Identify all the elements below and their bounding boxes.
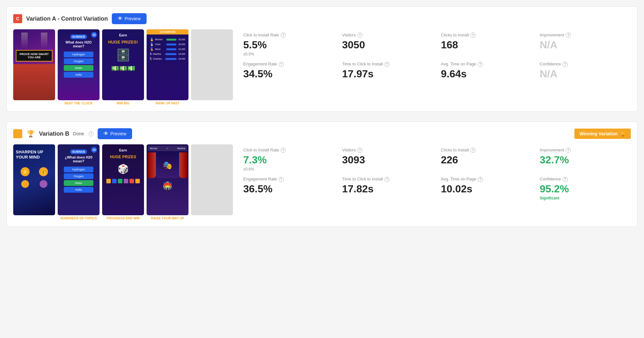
stat-engagement-a-value: 34.5% bbox=[243, 68, 334, 80]
winbig-label: WIN BIG bbox=[102, 101, 144, 105]
screenshot-prove-img: PROVE HOW SMART YOU ARE bbox=[13, 29, 55, 100]
rank-label: RANK UP FAST bbox=[147, 101, 188, 105]
ctr-b-help-icon[interactable]: ? bbox=[281, 148, 286, 153]
atop-a-help-icon[interactable]: ? bbox=[478, 62, 483, 67]
progress-text2: HUGE PRIZES bbox=[109, 153, 137, 160]
board-game: 🎲 bbox=[118, 164, 129, 174]
beat-label: BEAT THE CLOCK bbox=[58, 101, 100, 105]
stat-ttci-a-label: Time to Click to Install ? bbox=[342, 62, 433, 67]
stat-clicks-a-label: Clicks to Install ? bbox=[441, 33, 532, 38]
sharpen-text: SHARPEN UP Your MIND bbox=[13, 144, 55, 161]
stat-engagement-b: Engagement Rate ? 36.5% bbox=[243, 177, 334, 200]
rank-row-5: 5 Charles 15,000 bbox=[148, 56, 187, 61]
screenshot-sharpen-img: SHARPEN UP Your MIND ⭐ 💰 bbox=[13, 144, 55, 215]
variation-b-done-label: Done bbox=[73, 131, 84, 136]
stat-atop-a-label: Avg. Time on Page ? bbox=[441, 62, 532, 67]
confidence-a-help-icon[interactable]: ? bbox=[562, 62, 568, 67]
vs-left: Michel bbox=[150, 147, 157, 150]
done-help-icon[interactable]: ? bbox=[89, 131, 94, 136]
stat-ctr-a: Click to Install Rate ? 5.5% ±0.5% bbox=[243, 33, 334, 56]
stat-improvement-b: Improvement ? 32.7% bbox=[540, 148, 631, 171]
stat-ttci-a: Time to Click to Install ? 17.97s bbox=[342, 62, 433, 80]
ttci-b-help-icon[interactable]: ? bbox=[384, 177, 389, 182]
rank-row-4: 4 Martha 18,000 bbox=[148, 52, 187, 56]
screenshot-what-b: 15 SCIENCE ¿What does H20 mean? Hydrogen… bbox=[58, 144, 100, 220]
rank-row-1: 🥇 Michel 35,000 bbox=[148, 37, 187, 42]
vs-separator: ⚔ bbox=[166, 147, 168, 150]
progress-label: PROGRESS AND WIN bbox=[102, 217, 144, 220]
stat-confidence-b-value: 95.2% bbox=[540, 183, 631, 195]
curtain-visual: 🎭 bbox=[147, 152, 188, 178]
screenshot-prove: PROVE HOW SMART YOU ARE bbox=[13, 29, 55, 105]
stat-ttci-b-label: Time to Click to Install ? bbox=[342, 177, 433, 182]
variation-b-icon-outer bbox=[13, 129, 22, 138]
variation-a-card: C Variation A - Control Variation 👁 Prev… bbox=[6, 6, 638, 112]
page-wrapper: C Variation A - Control Variation 👁 Prev… bbox=[0, 0, 644, 243]
stat-visitors-b-value: 3093 bbox=[342, 154, 433, 166]
curtain-right bbox=[179, 152, 187, 178]
ctr-a-help-icon[interactable]: ? bbox=[281, 33, 286, 38]
screenshot-winbig: Earn HUGE PRIZES! 🗄️ 💵💵💵 WIN BIG bbox=[102, 29, 144, 105]
variation-c-icon: C bbox=[13, 14, 22, 23]
stat-ctr-a-value: 5.5% bbox=[243, 39, 334, 51]
ttci-a-help-icon[interactable]: ? bbox=[384, 62, 389, 67]
stat-engagement-a: Engagement Rate ? 34.5% bbox=[243, 62, 334, 80]
variation-a-preview-button[interactable]: 👁 Preview bbox=[112, 13, 147, 24]
stat-ctr-a-label: Click to Install Rate ? bbox=[243, 33, 334, 38]
answer-oxygen: Oxygen bbox=[64, 58, 93, 64]
visitors-b-help-icon[interactable]: ? bbox=[357, 148, 362, 153]
stat-clicks-b: Clicks to Install ? 226 bbox=[441, 148, 532, 171]
stat-atop-b: Avg. Time on Page ? 10.02s bbox=[441, 177, 532, 200]
clicks-b-help-icon[interactable]: ? bbox=[470, 148, 476, 153]
variation-b-preview-label: Preview bbox=[111, 131, 127, 136]
screenshot-blank-b bbox=[191, 144, 233, 220]
screenshot-blank-a bbox=[191, 29, 233, 105]
engagement-b-help-icon[interactable]: ? bbox=[279, 177, 284, 182]
stage-icon: 🎭 bbox=[163, 161, 172, 170]
stat-atop-a-value: 9.64s bbox=[441, 68, 532, 80]
engagement-a-help-icon[interactable]: ? bbox=[279, 62, 284, 67]
stat-confidence-a-label: Confidence ? bbox=[540, 62, 631, 67]
stat-visitors-b-label: Visitors ? bbox=[342, 148, 433, 153]
clicks-a-help-icon[interactable]: ? bbox=[470, 33, 476, 38]
safe-icon: 🗄️ bbox=[116, 48, 130, 62]
variation-b-stats: Click to Install Rate ? 7.3% ±0.6% Visit… bbox=[237, 144, 631, 200]
curtain-center: 🎭 bbox=[156, 152, 179, 178]
stat-confidence-b: Confidence ? 95.2% Significant bbox=[540, 177, 631, 200]
screenshot-raise-img: Michel ⚔ Martha 🎭 🏟️ bbox=[147, 144, 188, 215]
screenshot-rank-img: CHAMPION 🥇 Michel 35,000 🥈 Cher bbox=[147, 29, 188, 100]
stat-ttci-b-value: 17.82s bbox=[342, 183, 433, 195]
atop-b-help-icon[interactable]: ? bbox=[478, 177, 483, 182]
beam-right bbox=[41, 33, 47, 49]
stat-atop-a: Avg. Time on Page ? 9.64s bbox=[441, 62, 532, 80]
champion-bar: CHAMPION bbox=[147, 29, 188, 34]
variation-b-screenshots: SHARPEN UP Your MIND ⭐ 💰 15 bbox=[13, 144, 233, 220]
screenshot-progress: Earn HUGE PRIZES 🎲 bbox=[102, 144, 144, 220]
curtain-left bbox=[148, 152, 156, 178]
variation-a-content: PROVE HOW SMART YOU ARE 15 SCIENCE What … bbox=[13, 29, 631, 105]
what-b-content: SCIENCE ¿What does H20 mean? Hydrogen Ox… bbox=[58, 144, 100, 215]
winning-badge-label: Winning Variation bbox=[580, 131, 618, 136]
confidence-b-help-icon[interactable]: ? bbox=[562, 177, 568, 182]
b-answer-oxygen: Oxygen bbox=[64, 173, 93, 179]
progress-text1: Earn bbox=[118, 147, 128, 153]
b-answer-water: Water bbox=[64, 180, 93, 186]
variation-b-content: SHARPEN UP Your MIND ⭐ 💰 15 bbox=[13, 144, 631, 220]
improvement-a-help-icon[interactable]: ? bbox=[566, 33, 571, 38]
stage-visual: 🏟️ bbox=[147, 181, 188, 190]
stat-confidence-a: Confidence ? N/A bbox=[540, 62, 631, 80]
variation-b-preview-button[interactable]: 👁 Preview bbox=[98, 128, 132, 139]
variation-a-preview-label: Preview bbox=[125, 16, 141, 21]
stat-ctr-b-sub: ±0.6% bbox=[243, 167, 334, 171]
stat-confidence-a-value: N/A bbox=[540, 68, 631, 80]
visitors-a-help-icon[interactable]: ? bbox=[357, 33, 362, 38]
stat-ttci-a-value: 17.97s bbox=[342, 68, 433, 80]
screenshot-winbig-img: Earn HUGE PRIZES! 🗄️ 💵💵💵 bbox=[102, 29, 144, 100]
answer-hello: Hello bbox=[64, 72, 93, 78]
variation-a-screenshots: PROVE HOW SMART YOU ARE 15 SCIENCE What … bbox=[13, 29, 233, 105]
stat-ctr-b-label: Click to Install Rate ? bbox=[243, 148, 334, 153]
variation-a-stats: Click to Install Rate ? 5.5% ±0.5% Visit… bbox=[237, 29, 631, 80]
stat-visitors-b: Visitors ? 3093 bbox=[342, 148, 433, 171]
screenshot-what-b-img: 15 SCIENCE ¿What does H20 mean? Hydrogen… bbox=[58, 144, 100, 215]
improvement-b-help-icon[interactable]: ? bbox=[566, 148, 571, 153]
